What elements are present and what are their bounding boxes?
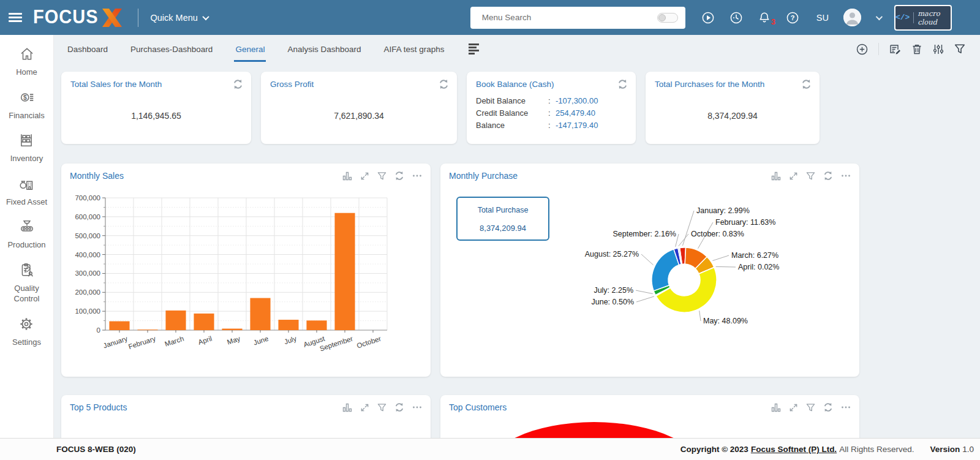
settings-gear-icon — [18, 315, 34, 333]
bar-chart-icon[interactable] — [342, 402, 352, 412]
filter-funnel-icon[interactable] — [806, 172, 815, 181]
svg-text:700,000: 700,000 — [75, 194, 100, 202]
card-title: Total Sales for the Month — [70, 80, 242, 89]
svg-text:200,000: 200,000 — [75, 288, 100, 296]
monthly-purchase-donut-chart: January: 2.99%February: 11.63%March: 6.2… — [440, 188, 859, 372]
sidebar-item-fixed-asset[interactable]: Fixed Asset — [6, 175, 47, 208]
tabs-list-icon[interactable] — [469, 43, 479, 55]
code-icon: </> — [895, 13, 910, 22]
profile-chevron-down-icon[interactable] — [876, 13, 883, 20]
widget-title: Top 5 Products — [70, 402, 127, 412]
rights-text: All Rights Reserved. — [839, 445, 914, 454]
ellipsis-icon[interactable] — [841, 402, 851, 412]
tab-dashboard[interactable]: Dashboard — [66, 37, 109, 62]
refresh-icon[interactable] — [394, 402, 404, 412]
refresh-icon[interactable] — [823, 171, 833, 181]
svg-text:500,000: 500,000 — [75, 232, 100, 239]
tab-aifa-test-graphs[interactable]: AIFA test graphs — [382, 37, 445, 62]
bar-chart-icon[interactable] — [771, 171, 781, 181]
expand-arrows-icon[interactable] — [360, 403, 369, 412]
history-clock-icon[interactable] — [729, 11, 743, 25]
svg-text:March: 6.27%: March: 6.27% — [731, 251, 778, 260]
svg-text:October: 0.83%: October: 0.83% — [691, 230, 744, 238]
svg-text:February: 11.63%: February: 11.63% — [715, 218, 775, 227]
menu-search-input[interactable] — [481, 12, 657, 23]
refresh-icon[interactable] — [801, 79, 812, 92]
search-toggle[interactable] — [657, 13, 678, 23]
card-value: 7,621,890.34 — [270, 111, 448, 121]
refresh-icon[interactable] — [823, 402, 833, 412]
svg-text:January: 2.99%: January: 2.99% — [696, 206, 750, 215]
top-header: FOCUS Quick Menu 3 ? — [0, 0, 980, 35]
sidebar-item-quality-control[interactable]: Quality Control — [6, 261, 48, 304]
adjust-sliders-icon[interactable] — [933, 43, 944, 55]
widget-title: Monthly Purchase — [449, 171, 518, 181]
header-divider — [138, 9, 138, 27]
avatar[interactable] — [843, 9, 861, 26]
debit-balance-value: -107,300.00 — [556, 96, 627, 105]
expand-arrows-icon[interactable] — [789, 172, 798, 181]
svg-text:June: June — [252, 334, 269, 346]
ellipsis-icon[interactable] — [841, 171, 851, 181]
page-toolbar — [856, 43, 965, 55]
refresh-icon[interactable] — [617, 79, 628, 92]
widget-monthly-sales: Monthly Sales 0100,000200,000300,000400,… — [61, 164, 431, 377]
widget-top-customers: Top Customers — [440, 395, 859, 438]
copyright-text: Copyright © 2023 — [680, 445, 748, 454]
filter-funnel-icon[interactable] — [954, 43, 965, 55]
add-circle-icon[interactable] — [856, 43, 868, 55]
svg-text:January: January — [102, 334, 129, 349]
sidebar: Home $ Financials Inventory Fixed Asset … — [0, 35, 54, 438]
quick-menu-button[interactable]: Quick Menu — [151, 13, 208, 23]
filter-funnel-icon[interactable] — [377, 403, 386, 412]
toolbar-divider — [878, 43, 879, 55]
refresh-icon[interactable] — [439, 79, 449, 92]
inventory-rack-icon — [18, 131, 34, 149]
play-circle-icon[interactable] — [701, 11, 715, 25]
expand-arrows-icon[interactable] — [789, 403, 798, 412]
svg-text:August: 25.27%: August: 25.27% — [585, 250, 639, 258]
ellipsis-icon[interactable] — [412, 402, 422, 412]
tab-general[interactable]: General — [234, 37, 266, 62]
edit-note-icon[interactable] — [889, 43, 901, 55]
menu-search-box — [470, 7, 685, 29]
quick-menu-label: Quick Menu — [151, 13, 198, 23]
sidebar-item-settings[interactable]: Settings — [12, 315, 41, 348]
sidebar-item-production[interactable]: Production — [7, 217, 45, 251]
dashboard-tabbar: Dashboard Purchases-Dashboard General An… — [54, 35, 980, 63]
sidebar-item-inventory[interactable]: Inventory — [10, 131, 43, 164]
filter-funnel-icon[interactable] — [806, 403, 815, 412]
svg-text:600,000: 600,000 — [75, 213, 100, 221]
bar-chart-icon[interactable] — [771, 402, 781, 412]
balance-label: Balance — [476, 121, 548, 130]
card-value: 1,146,945.65 — [70, 111, 242, 121]
card-total-sales: Total Sales for the Month 1,146,945.65 — [61, 72, 251, 144]
sidebar-item-home[interactable]: Home — [16, 45, 37, 78]
delete-trash-icon[interactable] — [911, 43, 922, 55]
refresh-icon[interactable] — [394, 171, 404, 181]
tab-analysis-dashboard[interactable]: Analysis Dashboard — [286, 37, 362, 62]
bar-chart-icon[interactable] — [342, 171, 352, 181]
notifications-bell-icon[interactable]: 3 — [758, 11, 771, 25]
svg-text:September: 2.16%: September: 2.16% — [612, 230, 676, 238]
macro-cloud-badge[interactable]: </> macro cloud — [894, 5, 952, 31]
notification-count-badge: 3 — [771, 18, 775, 26]
fixed-asset-icon — [18, 175, 34, 193]
help-icon[interactable]: ? — [786, 11, 799, 25]
svg-text:400,000: 400,000 — [75, 251, 100, 258]
filter-funnel-icon[interactable] — [377, 172, 386, 181]
svg-text:April: 0.02%: April: 0.02% — [738, 263, 779, 271]
ellipsis-icon[interactable] — [412, 171, 422, 181]
brand-name: macro cloud — [918, 9, 951, 26]
debit-balance-label: Debit Balance — [476, 96, 548, 105]
hamburger-menu-icon[interactable] — [9, 13, 22, 22]
user-initials[interactable]: SU — [816, 13, 829, 23]
expand-arrows-icon[interactable] — [360, 172, 369, 181]
widget-monthly-purchase: Monthly Purchase Total Purchase 8,374,20… — [440, 164, 859, 377]
refresh-icon[interactable] — [233, 79, 243, 92]
card-title: Book Balance (Cash) — [476, 80, 627, 89]
svg-text:May: 48.09%: May: 48.09% — [703, 317, 748, 325]
tab-purchases-dashboard[interactable]: Purchases-Dashboard — [129, 37, 214, 62]
sidebar-item-financials[interactable]: $ Financials — [9, 88, 45, 121]
company-link[interactable]: Focus Softnet (P) Ltd. — [751, 445, 837, 454]
